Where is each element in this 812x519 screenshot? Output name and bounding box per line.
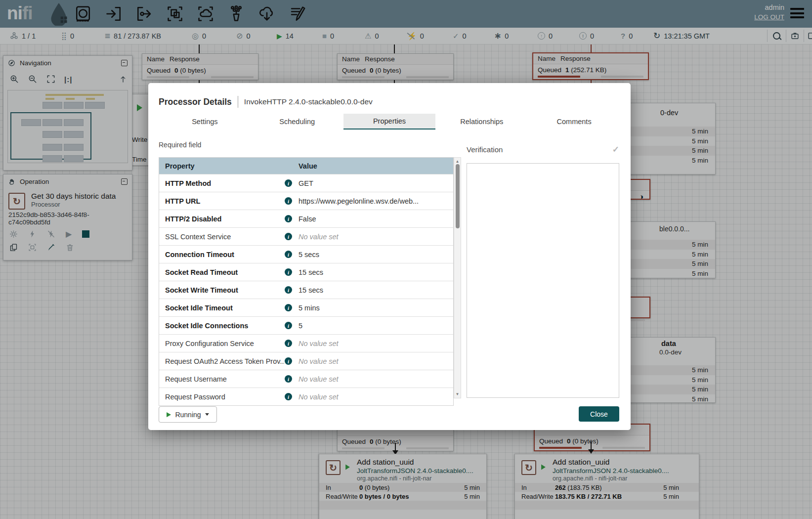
verification-header: Verification ✓ xyxy=(467,144,619,155)
property-row[interactable]: SSL Context ServiceiNo value set xyxy=(159,227,453,245)
property-row[interactable]: Request UsernameiNo value set xyxy=(159,370,453,388)
info-icon: i xyxy=(285,233,292,240)
property-row[interactable]: Request PasswordiNo value set xyxy=(159,388,453,405)
info-icon: i xyxy=(285,393,292,400)
info-icon: i xyxy=(285,286,292,294)
property-row[interactable]: HTTP/2 DisablediFalse xyxy=(159,210,453,227)
dialog-title: Processor Details xyxy=(159,97,232,107)
verification-title: Verification xyxy=(467,145,612,154)
dialog-tabs: Settings Scheduling Properties Relations… xyxy=(159,114,620,130)
tab-scheduling[interactable]: Scheduling xyxy=(251,114,343,130)
property-row[interactable]: Proxy Configuration ServiceiNo value set xyxy=(159,334,453,352)
tab-comments[interactable]: Comments xyxy=(528,114,620,130)
info-icon: i xyxy=(285,215,292,222)
property-row[interactable]: Socket Write Timeouti15 secs xyxy=(159,281,453,299)
table-scrollbar[interactable]: ▲ ▼ xyxy=(454,157,461,398)
info-icon: i xyxy=(285,340,292,347)
property-row[interactable]: Request OAuth2 Access Token Prov...iNo v… xyxy=(159,352,453,370)
scroll-down-icon[interactable]: ▼ xyxy=(454,392,461,396)
property-row[interactable]: Socket Read Timeouti15 secs xyxy=(159,263,453,281)
close-button[interactable]: Close xyxy=(579,406,619,422)
info-icon: i xyxy=(285,251,292,258)
property-row[interactable]: Socket Idle Connectionsi5 xyxy=(159,316,453,334)
running-state-icon xyxy=(167,412,171,417)
info-icon: i xyxy=(285,197,292,205)
run-state-dropdown[interactable]: Running xyxy=(159,406,217,423)
property-row[interactable]: HTTP URLihttps://www.pegelonline.wsv.de/… xyxy=(159,192,453,210)
processor-details-dialog: Processor Details InvokeHTTP 2.4.0-stack… xyxy=(148,83,631,430)
tab-properties[interactable]: Properties xyxy=(343,114,436,130)
properties-table-header: Property Value xyxy=(159,158,453,174)
chevron-down-icon xyxy=(205,413,209,416)
title-separator xyxy=(238,96,238,108)
property-row[interactable]: Socket Idle Timeouti5 mins xyxy=(159,299,453,316)
properties-table: Property Value HTTP MethodiGET HTTP URLi… xyxy=(159,157,454,406)
info-icon: i xyxy=(285,304,292,311)
property-row[interactable]: HTTP MethodiGET xyxy=(159,174,453,192)
info-icon: i xyxy=(285,375,292,383)
scrollbar-thumb[interactable] xyxy=(456,164,460,228)
info-icon: i xyxy=(285,322,292,329)
dialog-subtitle: InvokeHTTP 2.4.0-stackable0.0.0-dev xyxy=(244,97,373,106)
tab-relationships[interactable]: Relationships xyxy=(435,114,528,130)
info-icon: i xyxy=(285,179,292,187)
nifi-app: nifi xyxy=(0,0,812,519)
required-field-label: Required field xyxy=(159,141,201,149)
verification-results xyxy=(467,163,619,398)
property-row[interactable]: Connection Timeouti5 secs xyxy=(159,245,453,263)
verify-check-icon[interactable]: ✓ xyxy=(612,144,619,155)
info-icon: i xyxy=(285,268,292,276)
info-icon: i xyxy=(285,357,292,365)
scroll-up-icon[interactable]: ▲ xyxy=(454,159,461,164)
tab-settings[interactable]: Settings xyxy=(159,114,251,130)
